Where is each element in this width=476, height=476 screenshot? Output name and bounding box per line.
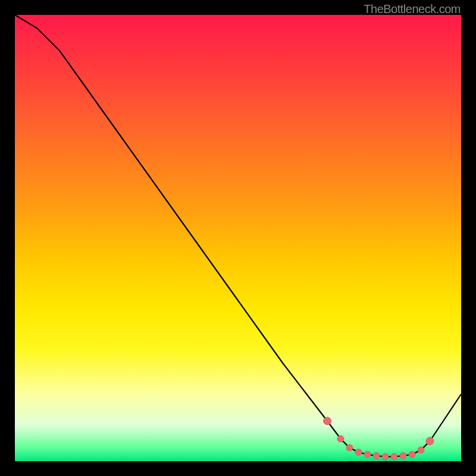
marker-group bbox=[324, 417, 434, 460]
valley-marker bbox=[337, 436, 344, 442]
curve-line bbox=[15, 15, 461, 457]
valley-marker bbox=[364, 451, 371, 458]
valley-marker bbox=[355, 449, 362, 456]
valley-marker bbox=[418, 447, 424, 453]
watermark-text: TheBottleneck.com bbox=[364, 2, 461, 16]
valley-marker bbox=[391, 453, 397, 460]
valley-marker bbox=[426, 437, 434, 445]
valley-marker bbox=[346, 444, 353, 451]
chart-container: TheBottleneck.com bbox=[0, 0, 476, 476]
valley-marker bbox=[373, 453, 380, 459]
valley-marker bbox=[324, 417, 331, 425]
valley-marker bbox=[409, 451, 415, 458]
valley-marker bbox=[400, 453, 406, 459]
plot-area bbox=[15, 15, 461, 461]
valley-marker bbox=[382, 453, 389, 460]
chart-overlay bbox=[15, 15, 461, 461]
